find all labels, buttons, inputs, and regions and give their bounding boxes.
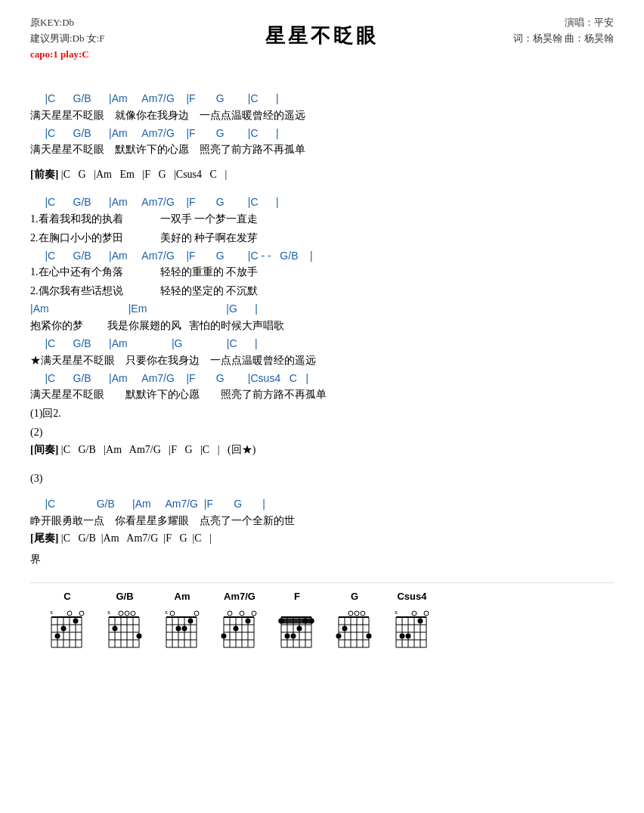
svg-point-15 xyxy=(73,618,79,623)
svg-point-46 xyxy=(170,611,175,616)
svg-point-16 xyxy=(79,611,84,616)
svg-point-101 xyxy=(361,611,365,616)
chord-grid: x xyxy=(160,605,204,656)
svg-text:x: x xyxy=(165,609,168,616)
sections-container: |C G/B |Am Am7/G |F G |C |满天星星不眨眼 就像你在我身… xyxy=(30,92,614,567)
lyrics-line: (2) xyxy=(30,424,614,440)
svg-point-98 xyxy=(342,625,348,631)
svg-point-115 xyxy=(400,633,405,638)
chord-diagram-name: F xyxy=(294,591,300,602)
spacer xyxy=(30,188,614,195)
chord-diagram: G/Bx xyxy=(103,591,147,656)
lyrics-line: (3) xyxy=(30,470,614,486)
chord-line: |C G/B |Am |G |C | xyxy=(30,337,614,352)
svg-point-13 xyxy=(61,625,67,631)
prelude-line: [前奏] |C G |Am Em |F G |Csus4 C | xyxy=(30,168,614,182)
svg-point-116 xyxy=(406,633,411,638)
meta-left: 原KEY:Db 建议男调:Db 女:F capo:1 play:C xyxy=(30,15,105,62)
svg-point-102 xyxy=(367,633,372,638)
lyrics-line: 满天星星不眨眼 默默许下的心愿 照亮了前方路不再孤单 xyxy=(30,141,614,157)
lyrics-line: 2.偶尔我有些话想说 轻轻的坚定的 不沉默 xyxy=(30,283,614,299)
chord-grid xyxy=(218,605,262,656)
performer-label: 演唱：平安 xyxy=(513,15,614,31)
chord-line: |C G/B |Am Am7/G |F G | xyxy=(30,497,614,512)
chord-diagram: Cx xyxy=(45,591,89,656)
chord-diagram: Am7/G xyxy=(218,591,262,656)
chord-line: |C G/B |Am Am7/G |F G |Csus4 C | xyxy=(30,371,614,386)
spacer xyxy=(30,463,614,470)
lyrics-line: 抱紧你的梦 我是你展翅的风 害怕的时候大声唱歌 xyxy=(30,318,614,334)
svg-point-63 xyxy=(228,611,232,616)
svg-point-49 xyxy=(188,618,194,623)
chord-diagram-name: Am7/G xyxy=(224,591,255,602)
spacer xyxy=(30,489,614,497)
svg-point-47 xyxy=(176,625,181,631)
chord-diagram-name: Csus4 xyxy=(397,591,426,602)
svg-point-118 xyxy=(418,618,423,623)
svg-point-64 xyxy=(234,625,239,631)
prelude-line: [间奏] |C G/B |Am Am7/G |F G |C | (回★) xyxy=(30,443,614,457)
prelude-line: [尾奏] |C G/B |Am Am7/G |F G |C | xyxy=(30,532,614,545)
lyrics-line: 2.在胸口小小的梦田 美好的 种子啊在发芽 xyxy=(30,230,614,246)
svg-point-67 xyxy=(252,611,256,616)
song-title: 星星不眨眼 xyxy=(265,25,379,47)
lyricist-label: 词：杨昊翰 曲：杨昊翰 xyxy=(513,31,614,47)
chord-diagram: Csus4x xyxy=(390,591,434,656)
svg-text:x: x xyxy=(107,609,110,616)
chord-diagram-name: C xyxy=(63,591,70,602)
svg-point-48 xyxy=(182,625,187,631)
spacer xyxy=(30,160,614,168)
lyrics-line: 满天星星不眨眼 默默许下的心愿 照亮了前方路不再孤单 xyxy=(30,386,614,402)
lyrics-line: 睁开眼勇敢一点 你看星星多耀眼 点亮了一个全新的世 xyxy=(30,513,614,529)
key-label: 原KEY:Db xyxy=(30,15,105,31)
chord-line: |C G/B |Am Am7/G |F G |C - - G/B | xyxy=(30,249,614,264)
chord-diagram-name: G/B xyxy=(116,591,133,602)
svg-text:x: x xyxy=(395,609,398,616)
svg-point-97 xyxy=(336,633,342,638)
svg-point-30 xyxy=(119,611,123,616)
lyrics-line: 界 xyxy=(30,551,614,567)
chord-grid xyxy=(275,605,319,656)
capo-label: capo:1 play:C xyxy=(30,47,105,63)
svg-point-14 xyxy=(67,611,72,616)
meta-right: 演唱：平安 词：杨昊翰 曲：杨昊翰 xyxy=(513,15,614,47)
lyrics-line: 满天星星不眨眼 就像你在我身边 一点点温暖曾经的遥远 xyxy=(30,107,614,123)
chord-diagram: F xyxy=(275,591,319,656)
svg-point-32 xyxy=(131,611,135,616)
svg-point-66 xyxy=(246,618,251,623)
svg-point-80 xyxy=(285,633,290,638)
svg-point-31 xyxy=(125,611,129,616)
chord-grid xyxy=(333,605,376,656)
chord-diagram: Amx xyxy=(160,591,204,656)
svg-point-50 xyxy=(194,611,199,616)
svg-point-33 xyxy=(137,633,142,638)
svg-point-65 xyxy=(240,611,244,616)
chord-diagram-name: G xyxy=(351,591,358,602)
chord-line: |C G/B |Am Am7/G |F G |C | xyxy=(30,126,614,141)
svg-point-62 xyxy=(221,633,227,638)
svg-text:x: x xyxy=(50,609,53,616)
chord-diagram: G xyxy=(333,591,376,656)
chord-grid: x xyxy=(390,605,434,656)
svg-point-117 xyxy=(412,611,416,616)
lyrics-line: (1)回2. xyxy=(30,405,614,421)
suggestion-label: 建议男调:Db 女:F xyxy=(30,31,105,47)
svg-point-81 xyxy=(291,633,296,638)
svg-point-100 xyxy=(355,611,359,616)
svg-point-12 xyxy=(55,633,60,638)
svg-point-29 xyxy=(113,625,118,631)
svg-point-119 xyxy=(424,611,429,616)
chord-line: |C G/B |Am Am7/G |F G |C | xyxy=(30,195,614,210)
lyrics-line: ★满天星星不眨眼 只要你在我身边 一点点温暖曾经的遥远 xyxy=(30,352,614,368)
lyrics-line: 1.在心中还有个角落 轻轻的重重的 不放手 xyxy=(30,264,614,280)
chord-grid: x xyxy=(103,605,147,656)
svg-point-82 xyxy=(297,625,302,631)
svg-point-99 xyxy=(348,611,353,616)
chord-line: |Am |Em |G | xyxy=(30,302,614,317)
chord-grid: x xyxy=(45,605,89,656)
lyrics-line: 1.看着我和我的执着 一双手 一个梦一直走 xyxy=(30,211,614,227)
page: 原KEY:Db 建议男调:Db 女:F capo:1 play:C 星星不眨眼 … xyxy=(0,0,644,679)
chord-line: |C G/B |Am Am7/G |F G |C | xyxy=(30,92,614,107)
chord-diagrams: CxG/BxAmxAm7/GFGCsus4x xyxy=(30,582,614,664)
chord-diagram-name: Am xyxy=(175,591,190,602)
